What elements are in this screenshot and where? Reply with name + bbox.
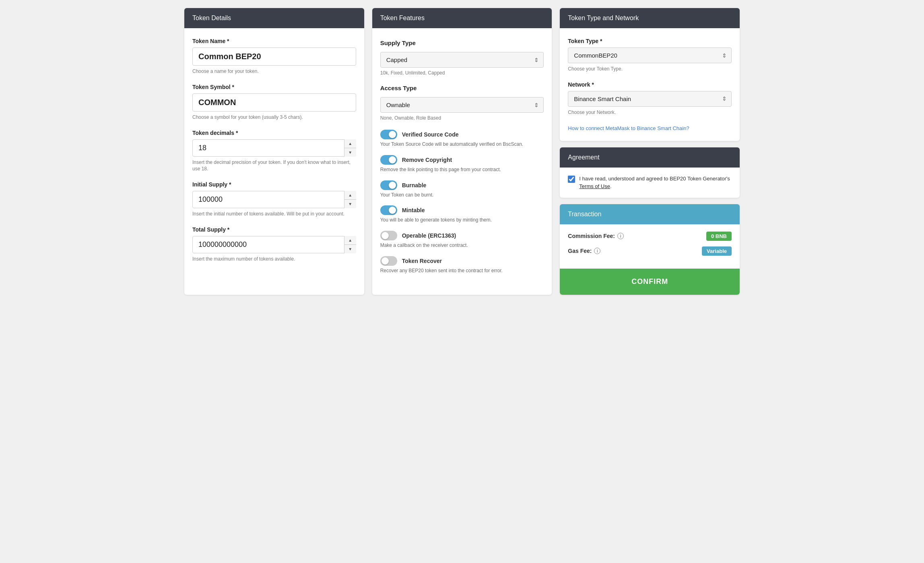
token-type-header: Token Type and Network [560, 8, 740, 28]
agreement-row: I have read, understood and agreed to BE… [568, 175, 732, 190]
gas-fee-label: Gas Fee: i [568, 248, 600, 254]
initial-supply-input[interactable] [192, 191, 356, 208]
token-type-field: Token Type * CommonBEP20 ⇕ Choose your T… [568, 38, 732, 72]
access-type-label: Access Type [380, 85, 544, 91]
supply-type-select[interactable]: Capped 10k Fixed Unlimited [380, 52, 544, 68]
agreement-title: Agreement [568, 154, 599, 161]
token-symbol-hint: Choose a symbol for your token (usually … [192, 114, 356, 121]
toggle-remove-copyright: Remove Copyright Remove the link pointin… [380, 155, 544, 173]
token-name-field: Token Name * Choose a name for your toke… [192, 38, 356, 75]
metamask-link[interactable]: How to connect MetaMask to Binance Smart… [568, 125, 689, 131]
commission-fee-info-icon[interactable]: i [617, 233, 624, 239]
token-type-title: Token Type and Network [568, 14, 639, 21]
transaction-card: Transaction Commission Fee: i 0 BNB Gas … [560, 204, 740, 295]
token-name-input[interactable] [192, 48, 356, 66]
network-field: Network * Binance Smart Chain ⇕ Choose y… [568, 81, 732, 116]
token-decimals-hint: Insert the decimal precision of your tok… [192, 159, 356, 173]
right-column: Token Type and Network Token Type * Comm… [560, 8, 740, 295]
agreement-card: Agreement I have read, understood and ag… [560, 147, 740, 198]
total-supply-hint: Insert the maximum number of tokens avai… [192, 256, 356, 263]
token-details-header: Token Details [184, 8, 364, 28]
commission-fee-value: 0 BNB [706, 232, 732, 241]
token-symbol-label: Token Symbol * [192, 84, 356, 90]
access-type-hint: None, Ownable, Role Based [380, 115, 544, 121]
token-type-network-card: Token Type and Network Token Type * Comm… [560, 8, 740, 141]
decimals-decrement[interactable]: ▼ [344, 148, 356, 157]
decimals-increment[interactable]: ▲ [344, 139, 356, 148]
transaction-title: Transaction [568, 211, 601, 217]
token-type-hint: Choose your Token Type. [568, 66, 732, 72]
agreement-checkbox[interactable] [568, 176, 575, 183]
gas-fee-value: Variable [702, 246, 732, 256]
initial-supply-increment[interactable]: ▲ [344, 191, 356, 200]
supply-type-label: Supply Type [380, 39, 544, 46]
initial-supply-label: Initial Supply * [192, 181, 356, 188]
initial-supply-field: Initial Supply * ▲ ▼ Insert the initial … [192, 181, 356, 217]
token-decimals-field: Token decimals * ▲ ▼ Insert the decimal … [192, 130, 356, 173]
toggle-verified-source: Verified Source Code Your Token Source C… [380, 130, 544, 148]
network-select[interactable]: Binance Smart Chain [568, 91, 732, 107]
network-label: Network * [568, 81, 732, 88]
gas-fee-row: Gas Fee: i Variable [568, 246, 732, 256]
supply-type-field: Supply Type Capped 10k Fixed Unlimited ⇕… [380, 39, 544, 76]
transaction-header: Transaction [560, 204, 740, 224]
supply-type-hint: 10k, Fixed, Unlimited, Capped [380, 70, 544, 76]
token-decimals-input[interactable] [192, 139, 356, 157]
token-details-title: Token Details [192, 14, 231, 21]
agreement-text: I have read, understood and agreed to BE… [579, 175, 732, 190]
commission-fee-label: Commission Fee: i [568, 233, 624, 239]
token-features-card: Token Features Supply Type Capped 10k Fi… [372, 8, 552, 295]
toggle-token-recover: Token Recover Recover any BEP20 token se… [380, 256, 544, 274]
gas-fee-info-icon[interactable]: i [594, 248, 600, 254]
token-decimals-label: Token decimals * [192, 130, 356, 136]
commission-fee-row: Commission Fee: i 0 BNB [568, 232, 732, 241]
token-type-select[interactable]: CommonBEP20 [568, 48, 732, 63]
initial-supply-hint: Insert the initial number of tokens avai… [192, 211, 356, 217]
operable-toggle[interactable] [380, 231, 397, 240]
token-features-header: Token Features [372, 8, 552, 28]
verified-source-toggle[interactable] [380, 130, 397, 139]
confirm-button[interactable]: CONFIRM [560, 269, 740, 295]
remove-copyright-toggle[interactable] [380, 155, 397, 165]
token-type-label: Token Type * [568, 38, 732, 44]
toggle-mintable: Mintable You will be able to generate to… [380, 205, 544, 224]
burnable-toggle[interactable] [380, 180, 397, 190]
toggle-burnable: Burnable Your Token can be burnt. [380, 180, 544, 199]
total-supply-label: Total Supply * [192, 226, 356, 233]
token-name-hint: Choose a name for your token. [192, 68, 356, 75]
network-hint: Choose your Network. [568, 109, 732, 116]
token-features-title: Token Features [380, 14, 425, 21]
token-symbol-field: Token Symbol * Choose a symbol for your … [192, 84, 356, 121]
toggle-operable: Operable (ERC1363) Make a callback on th… [380, 231, 544, 249]
total-supply-field: Total Supply * ▲ ▼ Insert the maximum nu… [192, 226, 356, 263]
terms-of-use-link[interactable]: Terms of Use [579, 183, 610, 189]
token-details-card: Token Details Token Name * Choose a name… [184, 8, 364, 295]
total-supply-increment[interactable]: ▲ [344, 236, 356, 245]
access-type-select[interactable]: Ownable None Role Based [380, 97, 544, 113]
token-name-label: Token Name * [192, 38, 356, 44]
agreement-header: Agreement [560, 147, 740, 168]
total-supply-input[interactable] [192, 236, 356, 253]
token-recover-toggle[interactable] [380, 256, 397, 266]
total-supply-decrement[interactable]: ▼ [344, 245, 356, 253]
mintable-toggle[interactable] [380, 205, 397, 215]
token-symbol-input[interactable] [192, 93, 356, 112]
access-type-field: Access Type Ownable None Role Based ⇕ No… [380, 85, 544, 121]
initial-supply-decrement[interactable]: ▼ [344, 200, 356, 208]
